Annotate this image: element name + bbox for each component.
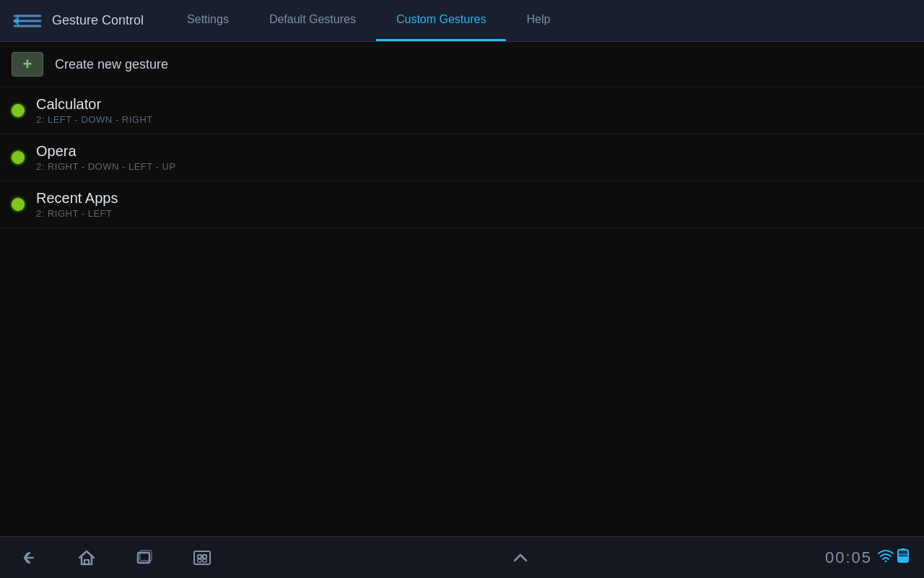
gesture-item-calculator[interactable]: Calculator 2: LEFT - DOWN - RIGHT	[0, 87, 924, 134]
wifi-icon	[878, 549, 894, 566]
top-nav-bar: Gesture Control Settings Default Gesture…	[0, 0, 924, 42]
svg-rect-11	[203, 559, 206, 562]
back-button[interactable]	[14, 543, 43, 572]
svg-rect-9	[203, 555, 206, 558]
app-logo: Gesture Control	[12, 5, 144, 37]
svg-rect-16	[899, 553, 907, 556]
gesture-name-calculator: Calculator	[36, 96, 153, 113]
gesture-info-recent-apps: Recent Apps 2: RIGHT - LEFT	[36, 190, 118, 219]
bottom-nav-bar: 00:05	[0, 536, 924, 578]
svg-marker-3	[13, 16, 19, 26]
nav-item-custom-gestures[interactable]: Custom Gestures	[376, 0, 506, 41]
gesture-info-calculator: Calculator 2: LEFT - DOWN - RIGHT	[36, 96, 153, 125]
status-dot-calculator	[12, 104, 25, 117]
gesture-info-opera: Opera 2: RIGHT - DOWN - LEFT - UP	[36, 143, 176, 172]
gesture-name-recent-apps: Recent Apps	[36, 190, 118, 207]
time-display: 00:05	[825, 548, 872, 567]
svg-point-12	[885, 561, 887, 563]
gesture-detail-opera: 2: RIGHT - DOWN - LEFT - UP	[36, 161, 176, 172]
gesture-name-opera: Opera	[36, 143, 176, 160]
svg-rect-4	[84, 560, 89, 564]
gesture-item-opera[interactable]: Opera 2: RIGHT - DOWN - LEFT - UP	[0, 134, 924, 181]
nav-item-default-gestures[interactable]: Default Gestures	[249, 0, 376, 41]
recents-button[interactable]	[130, 543, 159, 572]
bottom-nav-center	[506, 543, 535, 572]
svg-rect-14	[901, 548, 905, 551]
svg-rect-8	[198, 555, 201, 558]
gesture-detail-recent-apps: 2: RIGHT - LEFT	[36, 208, 118, 219]
gesture-item-recent-apps[interactable]: Recent Apps 2: RIGHT - LEFT	[0, 181, 924, 228]
status-dot-opera	[12, 151, 25, 164]
svg-rect-15	[899, 556, 907, 561]
main-content: + Create new gesture Calculator 2: LEFT …	[0, 42, 924, 536]
status-icons	[878, 548, 910, 567]
status-dot-recent-apps	[12, 198, 25, 211]
app-title: Gesture Control	[52, 13, 144, 28]
up-button[interactable]	[506, 543, 535, 572]
create-gesture-label: Create new gesture	[55, 57, 168, 72]
nav-item-settings[interactable]: Settings	[167, 0, 249, 41]
app-logo-icon	[12, 5, 43, 37]
create-gesture-row[interactable]: + Create new gesture	[0, 42, 924, 87]
battery-icon	[897, 548, 910, 567]
screenshot-button[interactable]	[188, 543, 217, 572]
bottom-nav-left	[14, 543, 217, 572]
nav-item-help[interactable]: Help	[506, 0, 570, 41]
gesture-detail-calculator: 2: LEFT - DOWN - RIGHT	[36, 114, 153, 125]
nav-items: Settings Default Gestures Custom Gesture…	[167, 0, 912, 41]
svg-rect-17	[899, 551, 907, 553]
home-button[interactable]	[72, 543, 101, 572]
create-gesture-button[interactable]: +	[12, 52, 43, 77]
svg-rect-10	[198, 559, 201, 562]
bottom-nav-right: 00:05	[825, 548, 910, 567]
